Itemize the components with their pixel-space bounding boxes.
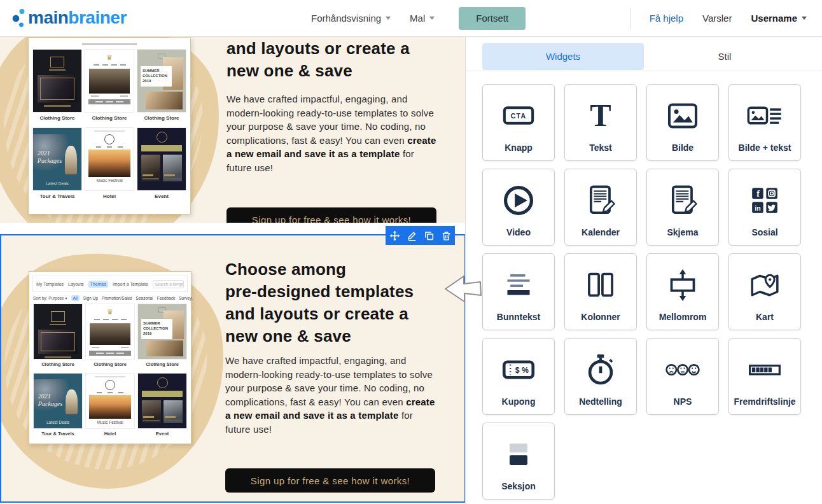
user-menu[interactable]: Username — [751, 13, 807, 24]
image-text-icon — [747, 98, 783, 134]
chevron-down-icon — [386, 17, 391, 20]
tab-widgets[interactable]: Widgets — [482, 43, 644, 70]
gallery-filter: Promotion/Sales — [102, 296, 132, 300]
email-section-selected[interactable]: My Templates Layouts Themes Import a Tem… — [0, 234, 466, 503]
template-thumbnail — [137, 127, 186, 191]
widget-card[interactable]: Bunntekst — [482, 253, 555, 330]
cta-button-icon — [501, 98, 536, 134]
thumb-photos — [141, 155, 182, 181]
widget-card[interactable]: Bilde + tekst — [728, 84, 801, 161]
continue-button[interactable]: Fortsett — [459, 7, 526, 30]
email-paragraph[interactable]: We have crafted impactful, engaging, and… — [226, 92, 439, 174]
signup-cta-button[interactable]: Sign up for free & see how it works! — [225, 468, 435, 493]
signup-cta-button[interactable]: Sign up for free & see how it works! — [226, 207, 436, 223]
widget-card[interactable]: Kart — [728, 253, 801, 330]
menu-template[interactable]: Mal — [410, 13, 435, 24]
widget-card[interactable]: NPS — [646, 338, 719, 415]
nps-icon — [665, 352, 700, 388]
header-divider — [630, 8, 630, 29]
form-icon — [665, 183, 700, 218]
duplicate-icon[interactable] — [423, 230, 435, 241]
widget-card[interactable]: Nedtelling — [564, 338, 637, 415]
thumb-photo — [89, 69, 130, 94]
chevron-down-icon — [429, 17, 435, 20]
template-thumbnail: SUMMER COLLECTION 2019 — [137, 49, 186, 113]
widget-card[interactable]: Skjema — [646, 169, 719, 246]
tabs-divider — [466, 71, 822, 71]
widgets-panel: Widgets Stil Knapp Tekst Bilde Bilde + t… — [465, 36, 822, 504]
email-heading[interactable]: Choose among pre-designed templates and … — [225, 258, 438, 347]
heading-line: pre-designed templates — [225, 281, 438, 303]
template-caption: Hotel — [85, 429, 135, 440]
mainbrainer-logo[interactable]: mainbrainer — [11, 6, 127, 29]
menu-preview[interactable]: Forhåndsvisning — [311, 13, 391, 24]
widget-label: Bunntekst — [483, 312, 554, 322]
thumb-logo-text — [49, 69, 66, 71]
thumb-text-line — [94, 130, 125, 132]
menu-template-label: Mal — [410, 13, 425, 24]
gallery-filter: Sign Up — [83, 296, 98, 300]
widget-card[interactable]: Sosial — [728, 169, 801, 246]
email-paragraph[interactable]: We have crafted impactful, engaging, and… — [225, 354, 438, 436]
thumb-logo — [157, 132, 167, 143]
image-icon — [665, 98, 700, 134]
widget-card[interactable]: Bilde — [646, 84, 719, 161]
heading-line: new one & save — [226, 60, 439, 82]
notifications-link[interactable]: Varsler — [702, 13, 732, 24]
template-grid: Clothing Store ♛ Clothing Store — [29, 304, 191, 440]
widget-card[interactable]: Knapp — [482, 84, 555, 161]
widget-label: Bilde — [647, 143, 718, 153]
widget-card[interactable]: Fremdriftslinje — [728, 338, 801, 415]
widget-card[interactable]: Video — [482, 169, 555, 246]
widget-label: Kolonner — [565, 312, 636, 322]
delete-icon[interactable] — [440, 230, 452, 241]
widget-card[interactable]: Tekst — [564, 84, 637, 161]
template-caption: Clothing Store — [137, 360, 187, 370]
widget-card[interactable]: Mellomrom — [646, 253, 719, 330]
template-caption: Tour & Travels — [33, 429, 83, 440]
email-image-templates-gallery[interactable]: My Templates Layouts Themes Import a Tem… — [29, 271, 192, 444]
coupon-icon — [501, 352, 536, 388]
template-caption: Clothing Store — [33, 360, 83, 370]
widget-card[interactable]: Seksjon — [482, 423, 555, 500]
template-cell: Event — [137, 127, 186, 203]
email-heading[interactable]: and layouts or create a new one & save — [226, 38, 439, 82]
template-cell: Music Festival Hotel — [85, 373, 135, 440]
template-caption: Clothing Store — [137, 113, 186, 125]
widget-label: Kalender — [565, 227, 636, 237]
countdown-icon — [583, 352, 618, 388]
selection-toolbar — [386, 226, 455, 245]
text-icon — [583, 98, 618, 134]
email-section-top[interactable]: Clothing Store ♛ Clothing Store — [0, 36, 465, 223]
widget-label: Seksjon — [483, 481, 554, 491]
widget-grid: Knapp Tekst Bilde Bilde + tekst Video — [482, 84, 801, 500]
widget-card[interactable]: Kalender — [564, 169, 637, 246]
move-icon[interactable] — [389, 230, 400, 241]
help-link[interactable]: Få hjelp — [650, 13, 683, 24]
widget-label: Fremdriftslinje — [729, 396, 800, 407]
thumb-photo — [88, 150, 130, 177]
thumb-nav — [85, 64, 134, 66]
gallery-nav-item: Layouts — [68, 282, 84, 286]
social-icons — [747, 183, 783, 218]
gallery-filters: Sort by: Purpose ▾ All Sign Up Promotion… — [29, 293, 191, 304]
widget-label: Tekst — [565, 143, 636, 153]
calendar-form-icon — [583, 183, 618, 218]
username-label: Username — [751, 13, 797, 24]
edit-icon[interactable] — [406, 230, 417, 241]
template-cell: 2021Packages Latest Deals Tour & Travels — [33, 373, 83, 440]
tab-stil[interactable]: Stil — [644, 43, 805, 70]
email-image-templates-gallery[interactable]: Clothing Store ♛ Clothing Store — [28, 38, 191, 214]
map-icon — [747, 267, 783, 303]
heading-line: new one & save — [225, 325, 438, 347]
video-play-icon — [501, 183, 536, 218]
heading-line: and layouts or create a — [226, 38, 439, 60]
gallery-nav-item: Import a Template — [113, 282, 148, 286]
template-caption: Hotel — [85, 191, 134, 203]
panel-tabs: Widgets Stil — [482, 43, 805, 70]
widget-label: Skjema — [647, 227, 718, 237]
widget-card[interactable]: Kolonner — [564, 253, 637, 330]
gallery-sort: Sort by: Purpose ▾ — [33, 296, 67, 301]
widget-card[interactable]: Kupong — [482, 338, 555, 415]
gallery-filter-active: All — [71, 295, 80, 301]
